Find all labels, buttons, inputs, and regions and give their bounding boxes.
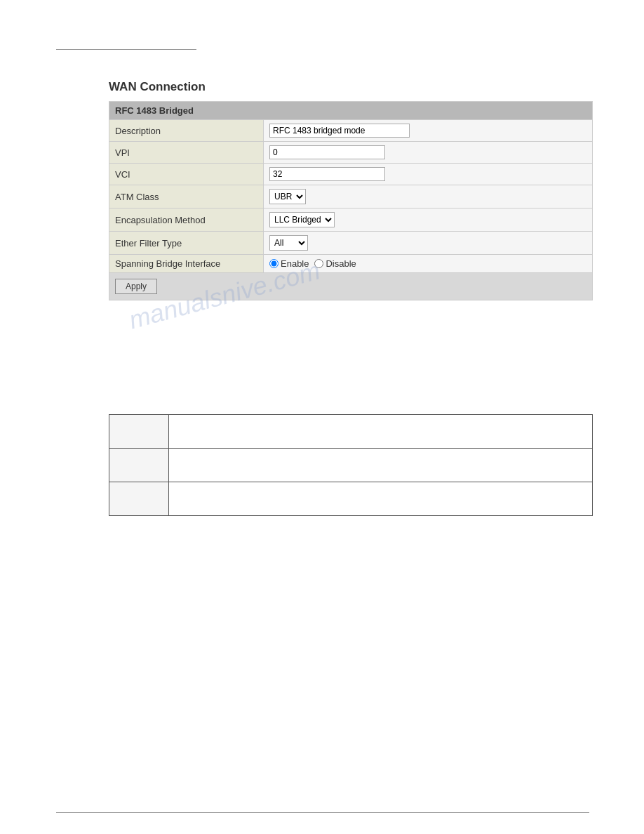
section-header: RFC 1483 Bridged xyxy=(109,102,593,120)
radio-enable-label[interactable]: Enable xyxy=(269,258,309,269)
field-value-description xyxy=(264,120,593,142)
vci-input[interactable] xyxy=(269,167,385,181)
bottom-cell-2-2 xyxy=(169,449,593,482)
spanning-bridge-radio-group: Enable Disable xyxy=(269,258,586,269)
field-label-vci: VCI xyxy=(109,164,264,185)
wan-connection-section: WAN Connection RFC 1483 Bridged Descript… xyxy=(109,77,593,300)
top-divider xyxy=(56,49,196,50)
field-label-encapsulation: Encapsulation Method xyxy=(109,208,264,232)
wan-table: RFC 1483 Bridged Description VPI xyxy=(109,101,593,300)
bottom-divider xyxy=(56,812,589,813)
atm-class-select[interactable]: UBR CBR VBR xyxy=(269,189,306,204)
table-row: VCI xyxy=(109,164,593,185)
field-label-spanning-bridge: Spanning Bridge Interface xyxy=(109,255,264,273)
encapsulation-select[interactable]: LLC Bridged VC Mux xyxy=(269,212,335,227)
ether-filter-select[interactable]: All None xyxy=(269,235,308,251)
bottom-cell-3-1 xyxy=(109,482,169,516)
table-row xyxy=(109,482,593,516)
field-value-vci xyxy=(264,164,593,185)
radio-enable[interactable] xyxy=(269,259,279,268)
field-label-atm-class: ATM Class xyxy=(109,185,264,208)
bottom-cell-3-2 xyxy=(169,482,593,516)
page-container: WAN Connection RFC 1483 Bridged Descript… xyxy=(0,0,644,834)
table-row: Encapsulation Method LLC Bridged VC Mux xyxy=(109,208,593,232)
table-row: ATM Class UBR CBR VBR xyxy=(109,185,593,208)
table-row xyxy=(109,449,593,482)
apply-cell: Apply xyxy=(109,273,593,300)
table-row: Description xyxy=(109,120,593,142)
field-label-description: Description xyxy=(109,120,264,142)
field-value-encapsulation: LLC Bridged VC Mux xyxy=(264,208,593,232)
field-label-ether-filter: Ether Filter Type xyxy=(109,232,264,255)
field-value-vpi xyxy=(264,142,593,164)
apply-button[interactable]: Apply xyxy=(115,279,157,294)
table-row: Ether Filter Type All None xyxy=(109,232,593,255)
bottom-cell-1-2 xyxy=(169,415,593,449)
field-value-ether-filter: All None xyxy=(264,232,593,255)
table-row: VPI xyxy=(109,142,593,164)
radio-disable[interactable] xyxy=(314,259,323,268)
field-label-vpi: VPI xyxy=(109,142,264,164)
table-row xyxy=(109,415,593,449)
description-input[interactable] xyxy=(269,124,410,138)
radio-disable-text: Disable xyxy=(326,258,356,269)
bottom-cell-2-1 xyxy=(109,449,169,482)
field-value-spanning-bridge: Enable Disable xyxy=(264,255,593,273)
bottom-table-container xyxy=(109,414,593,516)
radio-enable-text: Enable xyxy=(281,258,309,269)
apply-row: Apply xyxy=(109,273,593,300)
bottom-table xyxy=(109,414,593,516)
bottom-cell-1-1 xyxy=(109,415,169,449)
table-row: Spanning Bridge Interface Enable Disable xyxy=(109,255,593,273)
field-value-atm-class: UBR CBR VBR xyxy=(264,185,593,208)
radio-disable-label[interactable]: Disable xyxy=(314,258,356,269)
wan-title: WAN Connection xyxy=(109,77,593,97)
vpi-input[interactable] xyxy=(269,145,385,159)
